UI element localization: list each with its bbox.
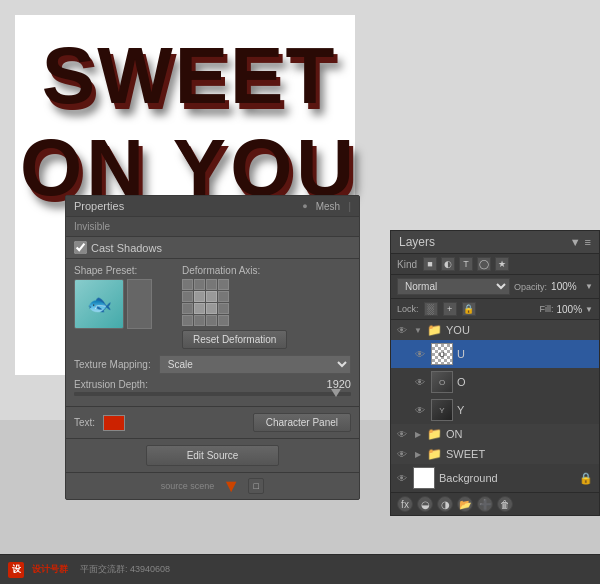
cast-shadows-row: Invisible [66, 217, 359, 237]
opacity-label: Opacity: [514, 282, 547, 292]
extrusion-depth-label: Extrusion Depth: [74, 379, 148, 390]
cast-shadows-checkbox[interactable] [74, 241, 87, 254]
footer-hint: source scene [161, 481, 215, 491]
folder-icon-you: 📁 [427, 323, 442, 337]
layer-group-sweet[interactable]: 👁 ▶ 📁 SWEET [391, 444, 599, 464]
lock-position-icon[interactable]: + [443, 302, 457, 316]
mask-icon[interactable]: ◒ [417, 496, 433, 512]
text-label: Text: [74, 417, 95, 428]
watermark-text: 平面交流群: 43940608 [80, 563, 170, 576]
layers-menu-icon[interactable]: ≡ [585, 236, 591, 248]
deform-grid [182, 279, 287, 326]
mesh-tab[interactable]: Mesh [316, 201, 340, 212]
deformation-axis-col: Deformation Axis: [182, 265, 287, 349]
sweet-text-line1: SWEET [20, 30, 358, 122]
layer-thumb-bg [413, 467, 435, 489]
layer-name-y: Y [457, 404, 593, 416]
kind-filter-text[interactable]: T [459, 257, 473, 271]
footer-arrow-icon: ▼ [222, 477, 240, 495]
brand-logo: 设 [8, 562, 24, 578]
delete-layer-icon[interactable]: 🗑 [497, 496, 513, 512]
layer-name-o: O [457, 376, 593, 388]
expand-sweet[interactable]: ▶ [413, 449, 423, 459]
folder-icon-on: 📁 [427, 427, 442, 441]
folder-new-icon[interactable]: 📂 [457, 496, 473, 512]
layers-title: Layers [399, 235, 435, 249]
text-color-swatch[interactable] [103, 415, 125, 431]
lock-fill-row: Lock: ░ + 🔒 Fill: 100% ▼ [391, 299, 599, 320]
shape-preset-label: Shape Preset: [74, 265, 152, 276]
fill-value: 100% [557, 304, 583, 315]
kind-filter-adjust[interactable]: ◐ [441, 257, 455, 271]
fill-label: Fill: [540, 304, 554, 314]
texture-mapping-label: Texture Mapping: [74, 359, 151, 370]
fill-arrow[interactable]: ▼ [585, 305, 593, 314]
slider-handle[interactable] [331, 389, 341, 397]
layer-thumb-y: Y [431, 399, 453, 421]
texture-mapping-select[interactable]: Scale [159, 355, 351, 374]
character-panel-btn[interactable]: Character Panel [253, 413, 351, 432]
layer-name-on: ON [446, 428, 593, 440]
eye-icon-o[interactable]: 👁 [413, 375, 427, 389]
opacity-arrow[interactable]: ▼ [585, 282, 593, 291]
layer-item-background[interactable]: 👁 Background 🔒 [391, 464, 599, 492]
cast-shadows-label: Cast Shadows [91, 242, 162, 254]
eye-icon-sweet[interactable]: 👁 [395, 447, 409, 461]
folder-icon-sweet: 📁 [427, 447, 442, 461]
layer-item-y[interactable]: 👁 Y Y [391, 396, 599, 424]
cast-shadows-row2: Cast Shadows [66, 237, 359, 259]
reset-deformation-btn[interactable]: Reset Deformation [182, 330, 287, 349]
edit-source-btn[interactable]: Edit Source [146, 445, 280, 466]
eye-icon-u[interactable]: 👁 [413, 347, 427, 361]
layer-thumb-o: O [431, 371, 453, 393]
kind-filter-shape[interactable]: ◯ [477, 257, 491, 271]
eye-icon-on[interactable]: 👁 [395, 427, 409, 441]
kind-filter-pixel[interactable]: ■ [423, 257, 437, 271]
layers-header: Layers ▼ ≡ [391, 231, 599, 254]
eye-icon-bg[interactable]: 👁 [395, 471, 409, 485]
layers-bottom-bar: fx ◒ ◑ 📂 ➕ 🗑 [391, 492, 599, 515]
layer-group-you[interactable]: 👁 ▼ 📁 YOU [391, 320, 599, 340]
status-bar: 设 设计号群 平面交流群: 43940608 [0, 554, 600, 584]
adjustment-icon[interactable]: ◑ [437, 496, 453, 512]
lock-pixel-icon[interactable]: ░ [424, 302, 438, 316]
layer-thumb-u: U [431, 343, 453, 365]
fx-icon[interactable]: fx [397, 496, 413, 512]
new-layer-icon[interactable]: ➕ [477, 496, 493, 512]
blend-mode-select[interactable]: Normal [397, 278, 510, 295]
deformation-axis-label: Deformation Axis: [182, 265, 287, 276]
layer-name-you: YOU [446, 324, 593, 336]
properties-panel: Properties ● Mesh | Invisible Cast Shado… [65, 195, 360, 500]
layers-panel: Layers ▼ ≡ Kind ■ ◐ T ◯ ★ Normal Opacity… [390, 230, 600, 516]
expand-you[interactable]: ▼ [413, 325, 423, 335]
layer-name-bg: Background [439, 472, 575, 484]
expand-on[interactable]: ▶ [413, 429, 423, 439]
brand-name: 设计号群 [32, 563, 68, 576]
layer-group-on[interactable]: 👁 ▶ 📁 ON [391, 424, 599, 444]
footer-expand-icon[interactable]: □ [248, 478, 264, 494]
properties-header: Properties ● Mesh | [66, 196, 359, 217]
lock-label: Lock: [397, 304, 419, 314]
canvas-text: SWEET ON YOU [20, 30, 358, 214]
shape-preview-empty [127, 279, 152, 329]
blend-opacity-row: Normal Opacity: 100% ▼ [391, 275, 599, 299]
properties-title: Properties [74, 200, 124, 212]
lock-all-icon[interactable]: 🔒 [462, 302, 476, 316]
invisible-label: Invisible [74, 221, 110, 232]
layer-name-sweet: SWEET [446, 448, 593, 460]
shape-preset-col: Shape Preset: 🐟 [74, 265, 152, 349]
layers-kind-toolbar: Kind ■ ◐ T ◯ ★ [391, 254, 599, 275]
layer-item-u[interactable]: 👁 U U [391, 340, 599, 368]
eye-icon-y[interactable]: 👁 [413, 403, 427, 417]
eye-icon-you[interactable]: 👁 [395, 323, 409, 337]
layer-item-o[interactable]: 👁 O O [391, 368, 599, 396]
layers-collapse-icon[interactable]: ▼ [570, 236, 581, 248]
opacity-value: 100% [551, 281, 581, 292]
bg-lock-icon: 🔒 [579, 472, 593, 485]
layer-name-u: U [457, 348, 593, 360]
kind-filter-smart[interactable]: ★ [495, 257, 509, 271]
kind-label: Kind [397, 259, 417, 270]
shape-preview-thumb: 🐟 [74, 279, 124, 329]
